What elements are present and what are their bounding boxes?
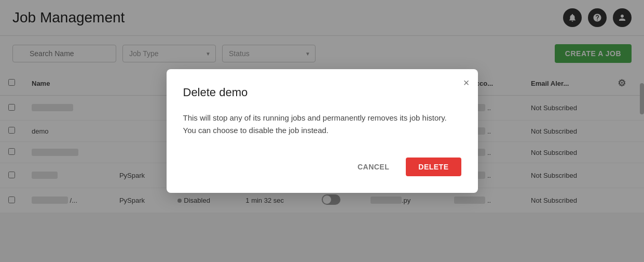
modal-overlay: × Delete demo This will stop any of its … xyxy=(0,0,644,262)
modal-actions: CANCEL DELETE xyxy=(183,158,461,176)
cancel-button[interactable]: CANCEL xyxy=(349,158,398,176)
modal-title: Delete demo xyxy=(183,86,461,99)
delete-modal: × Delete demo This will stop any of its … xyxy=(167,69,478,193)
delete-button[interactable]: DELETE xyxy=(406,158,461,176)
modal-body: This will stop any of its running jobs a… xyxy=(183,112,461,137)
modal-close-button[interactable]: × xyxy=(463,77,470,88)
